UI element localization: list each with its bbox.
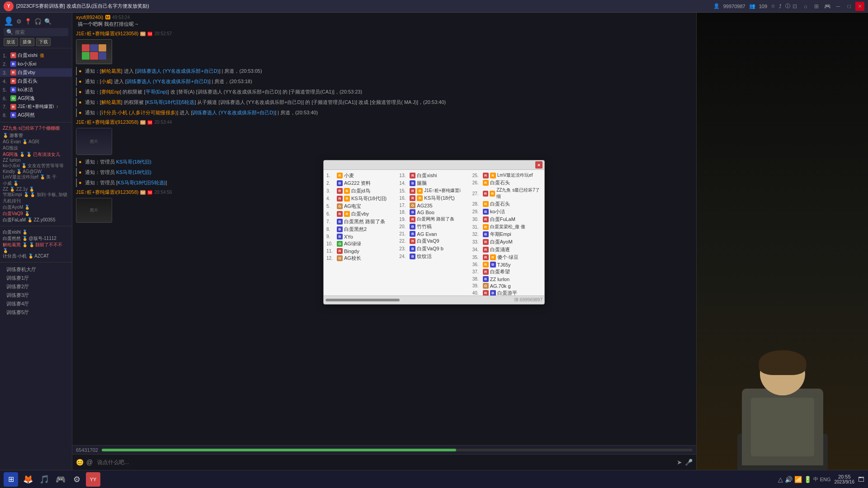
p-badge: B bbox=[337, 180, 343, 186]
download-btn[interactable]: 下载 bbox=[36, 38, 51, 46]
broadcast-btn[interactable]: 放送 bbox=[4, 38, 18, 46]
game-btn[interactable]: 🎮 bbox=[823, 2, 832, 11]
p-badge: B bbox=[337, 219, 343, 225]
sub-room-main[interactable]: 训练赛机大厅 bbox=[4, 265, 72, 274]
p-name: 白蛋游平 bbox=[497, 290, 517, 296]
minimize-btn[interactable]: ─ bbox=[834, 2, 843, 11]
modal-close-button[interactable]: × bbox=[535, 161, 542, 169]
home-btn[interactable]: ⌂ bbox=[801, 2, 810, 11]
taskbar-tray: △ 🔊 📶 🔋 中 ENG bbox=[778, 476, 831, 483]
search-input[interactable] bbox=[15, 29, 51, 35]
sub-room-5[interactable]: 训练赛5厅 bbox=[4, 308, 72, 317]
taskbar-app-1[interactable]: 🦊 bbox=[21, 472, 35, 487]
sub-room-3[interactable]: 训练赛3厅 bbox=[4, 291, 72, 300]
rank-item-6[interactable]: 6. G AG阿逸 bbox=[0, 94, 72, 103]
chat-image-preview-3[interactable]: 图片 bbox=[76, 198, 112, 223]
sub-room-2[interactable]: 训练赛2厅 bbox=[4, 282, 72, 291]
player-25: 25. R R LmV最近没咋玩ef bbox=[472, 172, 542, 179]
p-badge: B bbox=[410, 246, 415, 252]
p-badge: G bbox=[410, 202, 415, 208]
p-badge: B bbox=[410, 180, 415, 186]
taskbar-app-yy[interactable]: YY bbox=[86, 472, 100, 487]
progress-fill bbox=[102, 449, 456, 451]
p-name: 白蛋jd鸟 bbox=[351, 188, 370, 194]
rank-item-7[interactable]: 7. R J1E↑粧+赛纯爆置i ↑ bbox=[0, 103, 72, 111]
p-name: 白蛋棠梁松_傲 傲 bbox=[490, 224, 525, 230]
notice-icon: ● bbox=[79, 99, 82, 105]
player-list-modal: × 1. R 小麦 2. B AG222 资料 3. bbox=[323, 160, 545, 305]
screen-btn[interactable]: ⊡ bbox=[790, 2, 799, 11]
settings-btn[interactable]: ⊞ bbox=[812, 2, 821, 11]
taskbar-app-2[interactable]: 🎵 bbox=[37, 472, 52, 487]
player-grid: 1. R 小麦 2. B AG222 资料 3. R B 白蛋jd鸟 bbox=[326, 172, 542, 296]
chat-input-field[interactable] bbox=[95, 457, 674, 467]
p-badge: R bbox=[410, 238, 415, 244]
tray-volume-icon[interactable]: 🔊 bbox=[785, 476, 793, 483]
share-icon: ⤴ bbox=[779, 4, 782, 9]
chat-image-preview[interactable] bbox=[76, 39, 112, 64]
tray-battery-icon[interactable]: 🔋 bbox=[804, 476, 811, 483]
search-icon[interactable]: 🔍 bbox=[44, 18, 52, 25]
maximize-btn[interactable]: □ bbox=[844, 2, 854, 11]
modal-footer: 弹:699969897 bbox=[324, 296, 544, 304]
chat-message-2: J1E↑粧+赛纯爆置i(9123058) M M 20:52:57 bbox=[76, 30, 693, 64]
p-name: 纹纹活 bbox=[417, 253, 432, 260]
taskbar-app-4[interactable]: ⚙ bbox=[70, 472, 84, 487]
sidebar-user: ZZ九鱼·s已经坏了7个棚棚棚 bbox=[3, 125, 60, 131]
msg-time: 20:52:57 bbox=[154, 31, 172, 36]
rank-item-5[interactable]: 5. B ko冰洁 bbox=[0, 85, 72, 94]
sub-room-1[interactable]: 训练赛1厅 bbox=[4, 274, 72, 282]
notice-icon: ● bbox=[79, 68, 82, 74]
chat-input-row: 😊 @ ➤ 🎤 bbox=[76, 457, 693, 467]
send-icon[interactable]: ➤ bbox=[677, 459, 682, 466]
tray-lang-icon[interactable]: ENG bbox=[820, 477, 831, 482]
p-name: 傻个·绿豆 bbox=[497, 254, 519, 261]
rank-item-4[interactable]: 4. R 白蛋石头 bbox=[0, 77, 72, 85]
p-badge: R bbox=[483, 247, 489, 253]
modal-footer-text: 弹:699969897 bbox=[514, 297, 542, 303]
p-badge: R bbox=[483, 254, 489, 260]
msg-content: 搞一个吧啊 我在打排位呢→ bbox=[76, 21, 693, 28]
badge-icon: B bbox=[10, 112, 16, 118]
clock-time: 20:55 bbox=[838, 474, 851, 479]
p-badge: R bbox=[483, 201, 489, 207]
start-button[interactable]: ⊞ bbox=[4, 472, 18, 487]
fans-count: 109 bbox=[759, 4, 767, 9]
rank-item-8[interactable]: 8. B AG阿然 bbox=[0, 111, 72, 119]
notification-icon[interactable]: 🗔 bbox=[858, 476, 864, 483]
tray-ime-icon[interactable]: 中 bbox=[813, 476, 818, 483]
modal-scrollbar[interactable] bbox=[326, 299, 400, 301]
sidebar-search-box[interactable]: 🔍 bbox=[4, 28, 68, 36]
taskbar-clock[interactable]: 20:55 2023/9/16 bbox=[835, 474, 855, 484]
chat-notice-5: ● 通知：[计分员·小机 (人多计分可能慢很多)] 进入 [训练赛选人 (YY名… bbox=[76, 108, 693, 117]
sidebar-action-buttons: 放送 摄像 下载 bbox=[4, 38, 68, 46]
emoji-icon[interactable]: 😊 bbox=[76, 459, 84, 466]
close-btn[interactable]: ✕ bbox=[855, 2, 864, 11]
rank-item-3[interactable]: 3. R 白蛋vby bbox=[0, 68, 72, 77]
p-badge: R bbox=[337, 211, 343, 217]
taskbar-app-3[interactable]: 🎮 bbox=[53, 472, 68, 487]
star-icon: ☆ bbox=[771, 3, 775, 9]
mic-icon[interactable]: 🎤 bbox=[685, 459, 693, 466]
tray-expand-icon[interactable]: △ bbox=[778, 476, 783, 483]
rank-item-1[interactable]: 1. R 白蛋xishi 傲 bbox=[0, 51, 72, 60]
chat-image-preview-2[interactable]: 图片 bbox=[76, 128, 112, 155]
rank-item-2[interactable]: 2. B ko小乐xi bbox=[0, 60, 72, 68]
camera-btn[interactable]: 摄像 bbox=[20, 38, 34, 46]
p-badge: R bbox=[483, 173, 489, 178]
headset-icon: 🎧 bbox=[34, 18, 42, 25]
tray-network-icon[interactable]: 📶 bbox=[794, 476, 802, 483]
player-12: 12. G AG校长 bbox=[326, 254, 396, 262]
sender-name: J1E↑粧+赛纯爆置i(9123058) bbox=[76, 119, 138, 126]
user-info: 👤 99970987 👥 109 ☆ ⤴ ⓘ bbox=[713, 3, 790, 9]
p-badge2: R bbox=[344, 196, 350, 202]
p-badge: B bbox=[483, 231, 489, 237]
ranked-user-list: 1. R 白蛋xishi 傲 2. B ko小乐xi 3. R 白蛋vby 4.… bbox=[0, 50, 72, 120]
progress-number: 65431702 bbox=[76, 447, 98, 453]
at-icon[interactable]: @ bbox=[86, 459, 93, 466]
sub-room-4[interactable]: 训练赛4厅 bbox=[4, 300, 72, 308]
progress-track[interactable] bbox=[102, 449, 693, 451]
player-15: 15. R R J1E↑粧+赛纯爆置i bbox=[398, 187, 469, 194]
p-badge: R bbox=[483, 216, 489, 222]
player-35: 35. R R 傻个·绿豆 bbox=[472, 253, 542, 261]
